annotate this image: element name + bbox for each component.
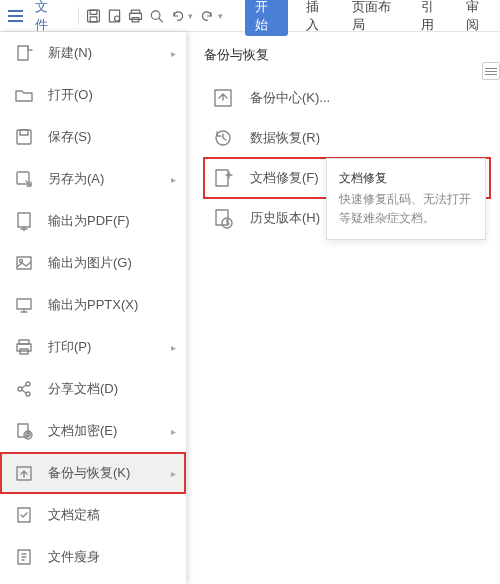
file-item-saveas[interactable]: 另存为(A) ▸	[0, 158, 186, 200]
backup-center-icon	[212, 87, 234, 109]
share-icon	[14, 379, 34, 399]
image-icon	[14, 253, 34, 273]
svg-rect-10	[17, 130, 31, 144]
backup-icon	[14, 463, 34, 483]
file-item-encrypt[interactable]: 文档加密(E) ▸	[0, 410, 186, 452]
svg-rect-1	[90, 10, 97, 14]
file-item-label: 文件瘦身	[48, 548, 100, 566]
separator	[78, 7, 79, 25]
top-toolbar: 文件 ▾ ▾ 开始 插入 页面布局 引用 审阅	[0, 0, 500, 32]
file-item-label: 文档加密(E)	[48, 422, 117, 440]
file-item-label: 新建(N)	[48, 44, 92, 62]
file-menu-button[interactable]: 文件	[29, 0, 66, 36]
print-icon	[14, 337, 34, 357]
file-item-label: 文档定稿	[48, 506, 100, 524]
svg-rect-31	[216, 170, 228, 186]
file-item-share[interactable]: 分享文档(D)	[0, 368, 186, 410]
backup-submenu: 备份与恢复 备份中心(K)... 数据恢复(R) 文档修复(F) 文档修复 快速…	[186, 32, 500, 584]
pdf-icon	[14, 211, 34, 231]
svg-rect-18	[17, 344, 31, 351]
file-item-open[interactable]: 打开(O)	[0, 74, 186, 116]
file-item-slim[interactable]: 文件瘦身	[0, 536, 186, 578]
hamburger-icon[interactable]	[6, 6, 25, 26]
svg-rect-6	[129, 13, 141, 19]
chevron-right-icon: ▸	[171, 468, 176, 479]
chevron-right-icon: ▸	[171, 426, 176, 437]
tab-layout[interactable]: 页面布局	[348, 0, 403, 36]
file-item-label: 输出为PDF(F)	[48, 212, 130, 230]
save-icon	[14, 127, 34, 147]
submenu-item-label: 文档修复(F)	[250, 169, 319, 187]
chevron-right-icon: ▸	[171, 174, 176, 185]
file-item-label: 输出为PPTX(X)	[48, 296, 138, 314]
file-item-save[interactable]: 保存(S)	[0, 116, 186, 158]
file-item-label: 输出为图片(G)	[48, 254, 132, 272]
undo-dropdown[interactable]: ▾	[188, 11, 193, 21]
svg-rect-2	[90, 16, 97, 21]
svg-rect-13	[18, 213, 30, 227]
repair-icon	[212, 167, 234, 189]
svg-point-4	[114, 16, 119, 21]
file-item-print[interactable]: 打印(P) ▸	[0, 326, 186, 368]
file-item-finalize[interactable]: 文档定稿	[0, 494, 186, 536]
history-icon	[212, 207, 234, 229]
toolbar-undo-icon[interactable]	[169, 7, 186, 25]
file-item-backup[interactable]: 备份与恢复(K) ▸	[0, 452, 186, 494]
file-item-new[interactable]: 新建(N) ▸	[0, 32, 186, 74]
svg-point-21	[26, 382, 30, 386]
tab-insert[interactable]: 插入	[302, 0, 334, 36]
tab-review[interactable]: 审阅	[462, 0, 494, 36]
file-item-pdf[interactable]: 输出为PDF(F)	[0, 200, 186, 242]
submenu-item-label: 备份中心(K)...	[250, 89, 330, 107]
svg-point-22	[26, 392, 30, 396]
file-item-label: 打开(O)	[48, 86, 93, 104]
svg-point-8	[151, 10, 160, 19]
submenu-item-history[interactable]: 历史版本(H)	[204, 198, 490, 238]
chevron-right-icon: ▸	[171, 342, 176, 353]
toolbar-redo-icon[interactable]	[199, 7, 216, 25]
svg-rect-16	[17, 299, 31, 309]
finalize-icon	[14, 505, 34, 525]
svg-rect-9	[18, 46, 28, 60]
toolbar-save-icon[interactable]	[85, 7, 102, 25]
new-icon	[14, 43, 34, 63]
file-item-label: 打印(P)	[48, 338, 91, 356]
submenu-item-data-recover[interactable]: 数据恢复(R)	[204, 118, 490, 158]
file-item-label: 备份与恢复(K)	[48, 464, 130, 482]
file-item-image[interactable]: 输出为图片(G)	[0, 242, 186, 284]
file-item-label: 分享文档(D)	[48, 380, 118, 398]
file-item-label: 保存(S)	[48, 128, 91, 146]
submenu-title: 备份与恢复	[204, 46, 490, 64]
recover-icon	[212, 127, 234, 149]
toolbar-print-preview-icon[interactable]	[106, 7, 123, 25]
open-icon	[14, 85, 34, 105]
svg-rect-0	[87, 10, 99, 22]
file-menu: 新建(N) ▸ 打开(O) 保存(S) 另存为(A) ▸ 输出为PDF(F) 输…	[0, 32, 186, 584]
file-item-label: 另存为(A)	[48, 170, 104, 188]
svg-point-15	[20, 260, 23, 263]
main-container: 新建(N) ▸ 打开(O) 保存(S) 另存为(A) ▸ 输出为PDF(F) 输…	[0, 32, 500, 584]
submenu-item-label: 历史版本(H)	[250, 209, 320, 227]
toolbar-print-icon[interactable]	[127, 7, 144, 25]
tab-start[interactable]: 开始	[245, 0, 289, 36]
svg-rect-27	[18, 508, 30, 522]
submenu-item-label: 数据恢复(R)	[250, 129, 320, 147]
slim-icon	[14, 547, 34, 567]
chevron-right-icon: ▸	[171, 48, 176, 59]
tab-reference[interactable]: 引用	[417, 0, 449, 36]
redo-dropdown[interactable]: ▾	[218, 11, 223, 21]
saveas-icon	[14, 169, 34, 189]
file-item-pptx[interactable]: 输出为PPTX(X)	[0, 284, 186, 326]
pptx-icon	[14, 295, 34, 315]
submenu-item-backup-center[interactable]: 备份中心(K)...	[204, 78, 490, 118]
encrypt-icon	[14, 421, 34, 441]
tooltip-title: 文档修复	[339, 169, 473, 188]
right-panel-toggle[interactable]	[482, 62, 500, 80]
svg-point-20	[18, 387, 22, 391]
ribbon-tabs: 开始 插入 页面布局 引用 审阅	[245, 0, 494, 36]
svg-rect-11	[20, 130, 28, 135]
toolbar-zoom-icon[interactable]	[148, 7, 165, 25]
